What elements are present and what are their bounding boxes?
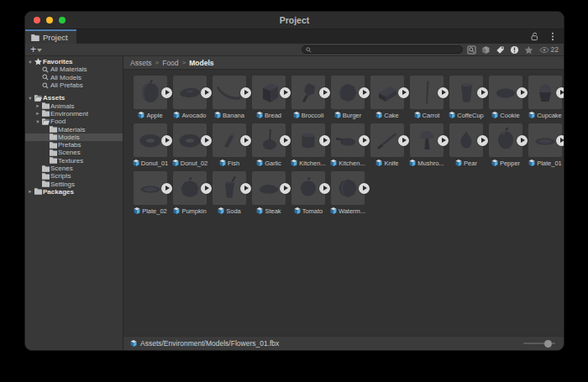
thumbnail-zoom-slider[interactable]: [523, 343, 555, 344]
expand-asset-button[interactable]: [240, 135, 251, 146]
import-log-icon[interactable]: [509, 44, 520, 55]
asset-thumbnail[interactable]: [213, 171, 246, 205]
expand-asset-button[interactable]: [280, 87, 291, 98]
asset-thumbnail[interactable]: [489, 76, 522, 109]
asset-item[interactable]: Pumpkin: [173, 171, 207, 215]
asset-thumbnail[interactable]: [370, 123, 404, 157]
tree-item-scenes[interactable]: Scenes: [25, 149, 123, 156]
unlock-icon[interactable]: [529, 32, 540, 42]
search-field[interactable]: [302, 45, 463, 54]
asset-thumbnail[interactable]: [213, 123, 246, 157]
asset-thumbnail[interactable]: [213, 76, 246, 109]
expand-asset-button[interactable]: [161, 183, 172, 194]
asset-thumbnail[interactable]: [331, 123, 365, 157]
asset-item[interactable]: Waterm...: [331, 171, 365, 215]
search-by-package-icon[interactable]: [480, 44, 491, 55]
tree-item-scripts[interactable]: Scripts: [25, 172, 123, 180]
slider-handle[interactable]: [544, 340, 552, 348]
asset-thumbnail[interactable]: [410, 76, 444, 109]
tree-item-materials[interactable]: Materials: [25, 125, 123, 133]
breadcrumb-segment-assets[interactable]: Assets: [130, 59, 152, 67]
expand-asset-button[interactable]: [398, 87, 409, 98]
tree-item-food[interactable]: ▾Food: [25, 118, 123, 125]
expand-asset-button[interactable]: [359, 135, 370, 146]
asset-item[interactable]: Plate_02: [134, 171, 167, 215]
asset-item[interactable]: Donut_02: [173, 123, 207, 167]
tree-item-textures[interactable]: Textures: [25, 157, 123, 165]
saved-search-star-icon[interactable]: [523, 44, 534, 55]
asset-item[interactable]: Cake: [370, 76, 404, 119]
expand-asset-button[interactable]: [201, 135, 212, 146]
expand-asset-button[interactable]: [319, 135, 330, 146]
asset-thumbnail[interactable]: [489, 123, 522, 157]
asset-item[interactable]: Apple: [134, 76, 167, 119]
asset-item[interactable]: Steak: [252, 171, 286, 215]
asset-thumbnail[interactable]: [331, 171, 365, 205]
asset-thumbnail[interactable]: [331, 76, 365, 109]
asset-item[interactable]: Plate_01: [528, 123, 562, 167]
asset-item[interactable]: Bread: [252, 76, 286, 119]
breadcrumb-segment-food[interactable]: Food: [162, 59, 178, 67]
asset-thumbnail[interactable]: [252, 76, 286, 109]
expand-asset-button[interactable]: [556, 87, 564, 98]
tree-item-environment[interactable]: ▸Environment: [25, 110, 123, 118]
asset-item[interactable]: Kitchen...: [291, 123, 325, 167]
asset-item[interactable]: Pear: [449, 123, 483, 167]
tree-item-prefabs[interactable]: Prefabs: [25, 141, 123, 149]
expand-asset-button[interactable]: [319, 183, 330, 194]
expand-asset-button[interactable]: [438, 87, 449, 98]
expand-asset-button[interactable]: [398, 135, 409, 146]
expander-open-icon[interactable]: ▾: [34, 118, 41, 125]
expand-asset-button[interactable]: [438, 135, 449, 146]
tree-item-all-materials[interactable]: All Materials: [25, 65, 123, 73]
asset-item[interactable]: Tomato: [291, 171, 325, 215]
asset-item[interactable]: Donut_01: [134, 123, 167, 167]
expand-asset-button[interactable]: [240, 87, 251, 98]
asset-thumbnail[interactable]: [449, 76, 483, 109]
expand-asset-button[interactable]: [201, 87, 212, 98]
tree-item-all-models[interactable]: All Models: [25, 74, 123, 81]
asset-item[interactable]: Kitchen...: [331, 123, 365, 167]
asset-item[interactable]: Fish: [213, 123, 246, 167]
asset-thumbnail[interactable]: [173, 76, 207, 109]
expander-closed-icon[interactable]: ▸: [27, 188, 34, 195]
asset-item[interactable]: Soda: [213, 171, 246, 215]
tree-item-animals[interactable]: ▸Animals: [25, 102, 123, 109]
tree-item-favorites[interactable]: ▾Favorites: [25, 58, 123, 65]
asset-thumbnail[interactable]: [134, 76, 167, 109]
asset-item[interactable]: Pepper: [489, 123, 522, 167]
asset-item[interactable]: Garlic: [252, 123, 286, 167]
asset-thumbnail[interactable]: [252, 123, 286, 157]
expand-asset-button[interactable]: [477, 87, 488, 98]
expander-open-icon[interactable]: ▾: [27, 59, 34, 65]
asset-item[interactable]: Cupcake: [528, 76, 562, 119]
asset-thumbnail[interactable]: [173, 123, 207, 157]
breadcrumb-segment-models[interactable]: Models: [189, 59, 213, 67]
asset-thumbnail[interactable]: [291, 171, 325, 205]
search-by-label-icon[interactable]: [495, 44, 506, 55]
tree-item-assets[interactable]: ▾Assets: [25, 94, 123, 102]
asset-thumbnail[interactable]: [291, 123, 325, 157]
expand-asset-button[interactable]: [280, 183, 291, 194]
expand-asset-button[interactable]: [477, 135, 488, 146]
expand-asset-button[interactable]: [517, 87, 528, 98]
asset-item[interactable]: Banana: [213, 76, 246, 119]
asset-thumbnail[interactable]: [370, 76, 404, 109]
tree-item-settings[interactable]: Settings: [25, 180, 123, 187]
search-input[interactable]: [314, 46, 459, 54]
asset-thumbnail[interactable]: [134, 123, 167, 157]
asset-item[interactable]: Knife: [370, 123, 404, 167]
asset-thumbnail[interactable]: [528, 123, 562, 157]
expand-asset-button[interactable]: [517, 135, 528, 146]
expand-asset-button[interactable]: [201, 183, 212, 194]
tab-project[interactable]: Project: [25, 29, 76, 44]
asset-item[interactable]: Broccoli: [291, 76, 325, 119]
expand-asset-button[interactable]: [319, 87, 330, 98]
expand-asset-button[interactable]: [359, 87, 370, 98]
asset-thumbnail[interactable]: [173, 171, 207, 205]
asset-thumbnail[interactable]: [291, 76, 325, 109]
asset-item[interactable]: CoffeCup: [449, 76, 483, 119]
expand-asset-button[interactable]: [556, 135, 564, 146]
asset-thumbnail[interactable]: [449, 123, 483, 157]
expand-asset-button[interactable]: [280, 135, 291, 146]
